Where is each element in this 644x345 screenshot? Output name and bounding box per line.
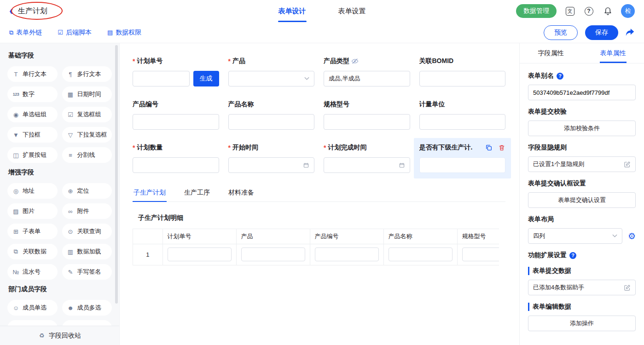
field-type-attachment[interactable]: ∞附件 bbox=[62, 203, 112, 219]
start-time-picker[interactable] bbox=[228, 157, 315, 173]
duplicate-field-icon[interactable] bbox=[485, 144, 493, 151]
required-asterisk: * bbox=[133, 144, 135, 151]
unit-input[interactable] bbox=[424, 119, 501, 126]
field-type-number[interactable]: 123数字 bbox=[7, 86, 58, 102]
tab-form-properties[interactable]: 表单属性 bbox=[582, 43, 644, 63]
field-type-signature[interactable]: ✎手写签名 bbox=[62, 264, 112, 280]
field-product-code[interactable]: 产品编号 bbox=[133, 100, 219, 130]
visibility-rules-field[interactable]: 已设置1个显隐规则 bbox=[528, 156, 636, 172]
field-type-image[interactable]: ▨图片 bbox=[7, 203, 58, 219]
field-type-extend-button[interactable]: ◫扩展按钮 bbox=[7, 147, 58, 163]
question-circle-icon[interactable]: ? bbox=[569, 252, 576, 259]
field-plan-number[interactable]: *计划单号 生成 bbox=[133, 57, 219, 86]
field-finish-time[interactable]: *计划完成时间 bbox=[324, 144, 410, 173]
field-type-single-line-text[interactable]: T单行文本 bbox=[7, 66, 58, 82]
spec-model-input[interactable] bbox=[329, 119, 405, 126]
field-recycle-bin[interactable]: ♻ 字段回收站 bbox=[0, 326, 119, 345]
edit-square-icon[interactable] bbox=[624, 161, 631, 168]
form-external-link[interactable]: ⧉ 表单外链 bbox=[9, 29, 42, 37]
tab-form-settings[interactable]: 表单设置 bbox=[338, 0, 366, 22]
data-permission-link[interactable]: ▤ 数据权限 bbox=[107, 29, 141, 37]
tab-field-properties[interactable]: 字段属性 bbox=[520, 43, 582, 63]
field-type-multi-dropdown[interactable]: ▽下拉复选框 bbox=[62, 127, 112, 143]
has-sub-plan-input[interactable] bbox=[424, 162, 501, 169]
avatar[interactable]: 检 bbox=[621, 4, 635, 18]
tab-form-design[interactable]: 表单设计 bbox=[278, 0, 306, 22]
subtable-cell-input[interactable] bbox=[389, 247, 453, 261]
field-type-multi-line-text[interactable]: ¶多行文本 bbox=[62, 66, 112, 82]
field-start-time[interactable]: *开始时间 bbox=[228, 144, 315, 173]
finish-time-picker[interactable] bbox=[324, 157, 410, 173]
tab-production-process[interactable]: 生产工序 bbox=[183, 184, 211, 201]
field-type-label: 分割线 bbox=[77, 151, 95, 159]
subtable-cell-input[interactable] bbox=[168, 247, 232, 261]
plan-number-input[interactable] bbox=[138, 75, 185, 82]
data-manage-button[interactable]: 数据管理 bbox=[516, 4, 557, 18]
field-type-checkbox-group[interactable]: ☑复选框组 bbox=[62, 107, 112, 122]
help-icon[interactable]: ? bbox=[583, 6, 594, 17]
submit-confirm-button[interactable]: 表单提交确认设置 bbox=[528, 192, 636, 208]
multi-dropdown-icon: ▽ bbox=[67, 132, 74, 138]
field-spec-model[interactable]: 规格型号 bbox=[324, 100, 410, 130]
field-has-sub-plan-selected[interactable]: 是否有下级生产计. bbox=[414, 138, 511, 178]
field-product-type[interactable]: 产品类型 成品,半成品 bbox=[324, 57, 410, 86]
preview-button[interactable]: 预览 bbox=[544, 25, 578, 40]
field-unit[interactable]: 计量单位 bbox=[419, 100, 506, 130]
field-bom-id[interactable]: 关联BOMID bbox=[419, 57, 506, 86]
language-icon[interactable]: 文 bbox=[564, 6, 575, 17]
subtable-cell-input[interactable] bbox=[241, 247, 305, 261]
recycle-bin-icon: ♻ bbox=[38, 332, 45, 339]
field-type-address[interactable]: ◎地址 bbox=[7, 183, 58, 199]
field-type-radio-group[interactable]: ◉单选钮组 bbox=[7, 107, 58, 122]
subtable-cell-input[interactable] bbox=[462, 247, 499, 261]
field-type-label: 定位 bbox=[77, 187, 89, 195]
tab-material-preparation[interactable]: 材料准备 bbox=[227, 184, 255, 201]
plan-quantity-input[interactable] bbox=[138, 162, 214, 169]
back-icon[interactable]: ‹ bbox=[9, 5, 13, 17]
add-operation-button[interactable]: 添加操作 bbox=[528, 316, 636, 331]
field-type-serial-number[interactable]: №流水号 bbox=[7, 264, 58, 280]
product-name-input[interactable] bbox=[233, 119, 310, 126]
product-type-value[interactable]: 成品,半成品 bbox=[324, 71, 410, 86]
field-type-pill-partial[interactable] bbox=[7, 320, 58, 326]
product-code-input[interactable] bbox=[138, 119, 214, 126]
form-alias-input[interactable] bbox=[533, 89, 631, 96]
form-layout-select[interactable]: 四列 bbox=[528, 228, 622, 244]
field-plan-quantity[interactable]: *计划数量 bbox=[133, 144, 219, 173]
layout-settings-gear-icon[interactable]: ⚙ bbox=[628, 232, 636, 241]
edit-square-icon[interactable] bbox=[624, 284, 631, 291]
member-multi-icon: ☻ bbox=[67, 305, 74, 311]
field-type-member-multi[interactable]: ☻成员多选 bbox=[62, 300, 112, 316]
field-product[interactable]: *产品 bbox=[228, 57, 315, 86]
sidebar-scrollbar[interactable] bbox=[115, 45, 118, 304]
generate-button[interactable]: 生成 bbox=[193, 71, 219, 86]
delete-field-icon[interactable] bbox=[498, 144, 505, 151]
save-button[interactable]: 保存 bbox=[585, 25, 618, 40]
product-select[interactable] bbox=[228, 71, 315, 86]
field-type-data-load[interactable]: ▥数据加载 bbox=[62, 244, 112, 259]
column-header: 产品名称 bbox=[383, 229, 457, 244]
field-label: 产品类型 bbox=[324, 57, 349, 65]
field-type-linked-data[interactable]: ⧉关联数据 bbox=[7, 244, 58, 259]
page-title: 生产计划 bbox=[18, 6, 47, 16]
field-product-name[interactable]: 产品名称 bbox=[228, 100, 315, 130]
field-type-divider[interactable]: ≡分割线 bbox=[62, 147, 112, 163]
notification-bell-icon[interactable] bbox=[602, 6, 613, 17]
share-icon[interactable] bbox=[626, 28, 635, 37]
data-load-icon: ▥ bbox=[67, 248, 74, 255]
field-type-datetime[interactable]: ▦日期时间 bbox=[62, 86, 112, 102]
question-circle-icon[interactable]: ? bbox=[557, 73, 563, 80]
field-type-subform[interactable]: ⊞子表单 bbox=[7, 224, 58, 239]
bom-id-input[interactable] bbox=[424, 75, 501, 82]
add-validation-button[interactable]: 添加校验条件 bbox=[528, 121, 636, 136]
subtable-cell-input[interactable] bbox=[315, 247, 379, 261]
tab-sub-production-plan[interactable]: 子生产计划 bbox=[133, 184, 167, 201]
field-type-member-single[interactable]: ☺成员单选 bbox=[7, 300, 58, 316]
backend-script-link[interactable]: ☑ 后端脚本 bbox=[58, 29, 92, 37]
field-type-dropdown[interactable]: ▼下拉框 bbox=[7, 127, 58, 143]
field-label: 计量单位 bbox=[419, 100, 445, 109]
field-type-pill-partial[interactable] bbox=[62, 320, 112, 326]
field-type-linked-query[interactable]: ⊙关联查询 bbox=[62, 224, 112, 239]
submit-data-field[interactable]: 已添加4条数据助手 bbox=[528, 280, 636, 295]
field-type-location[interactable]: ⊕定位 bbox=[62, 183, 112, 199]
